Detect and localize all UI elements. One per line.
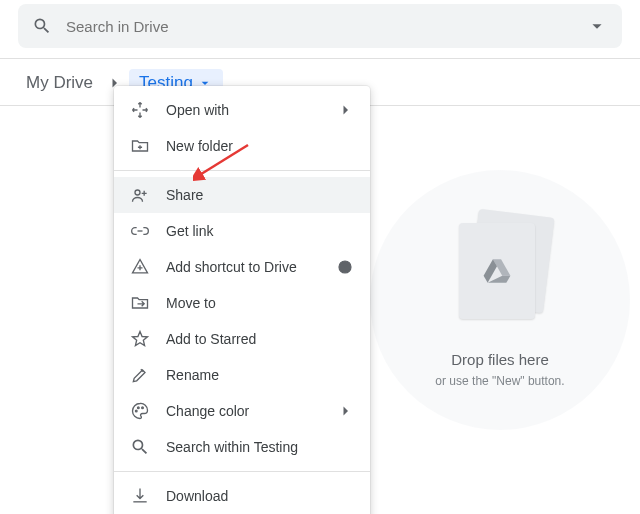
link-icon bbox=[130, 221, 150, 241]
svg-marker-6 bbox=[133, 332, 148, 346]
menu-separator bbox=[114, 170, 370, 171]
files-illustration bbox=[455, 213, 545, 323]
menu-add-starred[interactable]: Add to Starred bbox=[114, 321, 370, 357]
search-icon bbox=[130, 437, 150, 457]
menu-label: Rename bbox=[166, 367, 219, 383]
open-with-icon bbox=[130, 100, 150, 120]
menu-label: Move to bbox=[166, 295, 216, 311]
search-input[interactable] bbox=[66, 18, 586, 35]
menu-label: Download bbox=[166, 488, 228, 504]
svg-point-3 bbox=[135, 190, 140, 195]
drop-circle: Drop files here or use the "New" button. bbox=[370, 170, 630, 430]
menu-change-color[interactable]: Change color bbox=[114, 393, 370, 429]
menu-label: Change color bbox=[166, 403, 249, 419]
drop-area: Drop files here or use the "New" button. bbox=[370, 130, 630, 470]
svg-point-7 bbox=[135, 410, 137, 412]
menu-label: Add to Starred bbox=[166, 331, 256, 347]
new-folder-icon bbox=[130, 136, 150, 156]
menu-label: Search within Testing bbox=[166, 439, 298, 455]
menu-open-with[interactable]: Open with bbox=[114, 92, 370, 128]
menu-rename[interactable]: Rename bbox=[114, 357, 370, 393]
drop-title: Drop files here bbox=[451, 351, 549, 368]
menu-label: Get link bbox=[166, 223, 213, 239]
breadcrumb-root[interactable]: My Drive bbox=[20, 69, 99, 97]
menu-label: New folder bbox=[166, 138, 233, 154]
help-icon[interactable] bbox=[336, 258, 354, 276]
menu-get-link[interactable]: Get link bbox=[114, 213, 370, 249]
share-icon bbox=[130, 185, 150, 205]
download-icon bbox=[130, 486, 150, 506]
menu-share[interactable]: Share bbox=[114, 177, 370, 213]
menu-separator bbox=[114, 471, 370, 472]
menu-search-within[interactable]: Search within Testing bbox=[114, 429, 370, 465]
context-menu: Open with New folder Share Get link Add … bbox=[114, 86, 370, 514]
svg-point-8 bbox=[138, 407, 140, 409]
menu-download[interactable]: Download bbox=[114, 478, 370, 514]
menu-new-folder[interactable]: New folder bbox=[114, 128, 370, 164]
svg-point-9 bbox=[142, 407, 144, 409]
add-shortcut-icon bbox=[130, 257, 150, 277]
move-to-icon bbox=[130, 293, 150, 313]
menu-add-shortcut[interactable]: Add shortcut to Drive bbox=[114, 249, 370, 285]
chevron-right-icon bbox=[336, 101, 354, 119]
search-options-icon[interactable] bbox=[586, 15, 608, 37]
search-bar[interactable] bbox=[18, 4, 622, 48]
menu-label: Open with bbox=[166, 102, 229, 118]
svg-marker-2 bbox=[488, 275, 511, 282]
palette-icon bbox=[130, 401, 150, 421]
rename-icon bbox=[130, 365, 150, 385]
drop-subtitle: or use the "New" button. bbox=[435, 374, 564, 388]
menu-label: Share bbox=[166, 187, 203, 203]
search-icon bbox=[32, 16, 52, 36]
chevron-right-icon bbox=[336, 402, 354, 420]
star-icon bbox=[130, 329, 150, 349]
drive-logo-icon bbox=[483, 258, 511, 284]
menu-label: Add shortcut to Drive bbox=[166, 259, 297, 275]
menu-move-to[interactable]: Move to bbox=[114, 285, 370, 321]
